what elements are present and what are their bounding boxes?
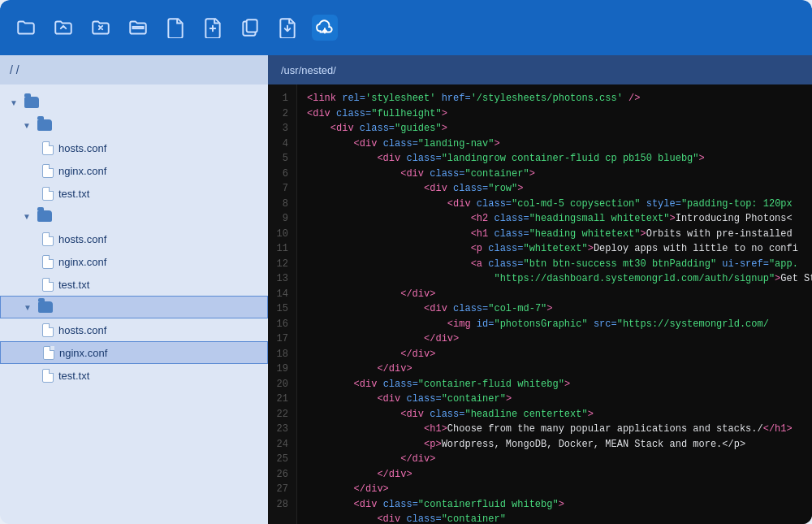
list-item[interactable]: hosts.conf <box>0 136 268 159</box>
chevron-down-icon: ▼ <box>24 303 33 312</box>
code-content[interactable]: <link rel='stylesheet' href='/stylesheet… <box>297 84 812 524</box>
filename-label: nginx.conf <box>59 347 107 359</box>
filename-label: nginx.conf <box>58 256 106 268</box>
chevron-down-icon: ▼ <box>10 98 19 107</box>
filename-label: nginx.conf <box>58 165 106 177</box>
list-item[interactable]: test.txt <box>0 182 268 205</box>
list-item[interactable]: test.txt <box>0 364 268 387</box>
tree-root-folder[interactable]: ▼ <box>0 91 268 114</box>
sidebar: / / ▼ ▼ hosts.conf nginx.conf <box>0 55 268 524</box>
file-icon <box>42 323 54 337</box>
file-icon <box>42 278 54 292</box>
list-item[interactable]: nginx.conf <box>0 159 268 182</box>
new-folder-icon[interactable] <box>13 15 39 41</box>
filename-label: hosts.conf <box>58 233 106 245</box>
open-folder-icon[interactable] <box>50 15 76 41</box>
file-icon <box>42 141 54 155</box>
toolbar <box>0 0 812 55</box>
tree-folder-2[interactable]: ▼ <box>0 205 268 227</box>
file-icon <box>42 232 54 246</box>
folder-icon <box>24 97 39 108</box>
cloud-upload-icon[interactable] <box>312 15 338 41</box>
tree-folder-1[interactable]: ▼ <box>0 114 268 136</box>
svg-rect-0 <box>133 27 144 28</box>
sidebar-header: / / <box>0 55 268 84</box>
folder-icon <box>37 119 52 131</box>
file-icon <box>42 369 54 383</box>
filename-label: test.txt <box>58 188 89 200</box>
file-icon <box>43 346 54 360</box>
file-icon <box>42 187 54 201</box>
chevron-down-icon: ▼ <box>23 121 32 130</box>
svg-rect-1 <box>247 19 257 32</box>
line-numbers: 1234567891011121314151617181920212223242… <box>268 84 297 524</box>
add-file-icon[interactable] <box>200 15 226 41</box>
chevron-down-icon: ▼ <box>23 212 32 221</box>
tree-folder-3[interactable]: ▼ <box>0 296 268 318</box>
file-icon <box>42 164 54 178</box>
filename-label: hosts.conf <box>58 142 106 154</box>
save-all-icon[interactable] <box>125 15 151 41</box>
list-item[interactable]: hosts.conf <box>0 318 268 341</box>
list-item[interactable]: hosts.conf <box>0 227 268 250</box>
code-area[interactable]: 1234567891011121314151617181920212223242… <box>268 84 812 524</box>
close-folder-icon[interactable] <box>88 15 114 41</box>
editor-path: /usr/nested/ <box>281 64 336 76</box>
main-content: / / ▼ ▼ hosts.conf nginx.conf <box>0 55 812 524</box>
file-icon <box>42 255 54 269</box>
list-item[interactable]: test.txt <box>0 273 268 296</box>
folder-icon <box>37 210 52 222</box>
copy-file-icon[interactable] <box>237 15 263 41</box>
new-file-icon[interactable] <box>162 15 188 41</box>
download-file-icon[interactable] <box>274 15 300 41</box>
list-item[interactable]: nginx.conf <box>0 250 268 273</box>
filename-label: hosts.conf <box>58 324 106 336</box>
file-tree: ▼ ▼ hosts.conf nginx.conf test.txt <box>0 84 268 524</box>
editor-pane: /usr/nested/ 123456789101112131415161718… <box>268 55 812 524</box>
filename-label: test.txt <box>58 370 89 382</box>
list-item-selected[interactable]: nginx.conf <box>0 341 268 364</box>
editor-header: /usr/nested/ <box>268 55 812 84</box>
sidebar-root-label: / / <box>10 63 19 76</box>
filename-label: test.txt <box>58 279 89 291</box>
folder-icon <box>38 301 53 313</box>
